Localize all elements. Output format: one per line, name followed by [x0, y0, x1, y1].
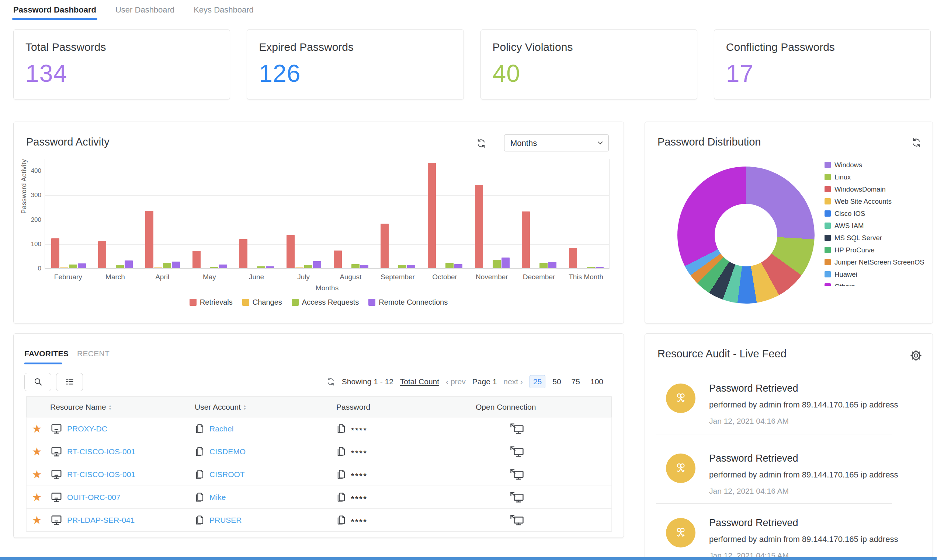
- user-account-link[interactable]: Mike: [210, 493, 226, 502]
- copy-password-icon[interactable]: [336, 446, 347, 457]
- bar-retrievals: [334, 251, 342, 268]
- table-row[interactable]: ★PROXY-DCRachel****: [26, 417, 612, 440]
- legend-swatch: [825, 271, 831, 277]
- copy-password-icon[interactable]: [336, 469, 347, 480]
- legend-item-changes[interactable]: Changes: [242, 298, 282, 306]
- favorite-star-icon[interactable]: ★: [26, 468, 47, 481]
- horizontal-scrollbar-thumb[interactable]: [0, 557, 936, 560]
- pagination-bar: Showing 1 - 12 Total Count ‹ prev Page 1…: [326, 375, 606, 388]
- refresh-icon[interactable]: [476, 138, 486, 148]
- resource-name-link[interactable]: PR-LDAP-SER-041: [67, 516, 134, 525]
- stat-card-value: 126: [259, 59, 451, 87]
- column-header-user-account[interactable]: User Account ▴▾: [192, 403, 333, 412]
- favorite-star-icon[interactable]: ★: [26, 422, 47, 435]
- user-account-link[interactable]: PRUSER: [210, 516, 242, 525]
- page-size-50[interactable]: 50: [549, 375, 564, 388]
- page-size-75[interactable]: 75: [568, 375, 583, 388]
- refresh-icon[interactable]: [911, 137, 921, 148]
- next-page-button[interactable]: next ›: [503, 377, 523, 386]
- favorite-star-icon[interactable]: ★: [26, 491, 47, 504]
- legend-item-cisco-ios[interactable]: Cisco IOS: [825, 208, 928, 220]
- bar-group-march: [92, 159, 139, 268]
- bar-remote-connections: [219, 265, 227, 268]
- column-header-resource-name[interactable]: Resource Name ▴▾: [47, 403, 192, 412]
- bar-retrievals: [522, 211, 530, 268]
- nav-tab-label: Password Dashboard: [13, 5, 96, 14]
- resource-name-link[interactable]: PROXY-DC: [67, 425, 107, 433]
- legend-item-remote-connections[interactable]: Remote Connections: [369, 298, 448, 306]
- resource-name-link[interactable]: RT-CISCO-IOS-001: [67, 447, 135, 456]
- active-tab-underline: [12, 18, 97, 20]
- tab-favorites[interactable]: FAVORITES: [24, 349, 69, 358]
- resource-name-link[interactable]: OUIT-ORC-007: [67, 493, 120, 502]
- legend-item-huawei[interactable]: Huawei: [825, 268, 928, 280]
- table-row[interactable]: ★RT-CISCO-IOS-001CISROOT****: [26, 463, 612, 486]
- copy-account-icon[interactable]: [195, 469, 205, 480]
- legend-label: Changes: [253, 298, 282, 306]
- bar-retrievals: [287, 235, 295, 268]
- period-select[interactable]: Months: [504, 134, 609, 151]
- table-row[interactable]: ★OUIT-ORC-007Mike****: [26, 486, 612, 509]
- legend-item-aws-iam[interactable]: AWS IAM: [825, 220, 928, 232]
- legend-label: AWS IAM: [834, 222, 864, 230]
- copy-account-icon[interactable]: [195, 492, 205, 503]
- user-account-link[interactable]: CISDEMO: [210, 447, 245, 456]
- gear-icon[interactable]: [910, 349, 922, 362]
- bar-group-november: [469, 159, 516, 268]
- bar-remote-connections: [360, 265, 369, 268]
- table-row[interactable]: ★RT-CISCO-IOS-001CISDEMO****: [26, 440, 612, 463]
- masked-password: ****: [351, 423, 368, 435]
- page-size-100[interactable]: 100: [587, 375, 606, 388]
- page-size-25[interactable]: 25: [529, 375, 545, 388]
- nav-tab-keys-dashboard[interactable]: Keys Dashboard: [194, 5, 254, 20]
- keys-avatar-icon: [666, 518, 696, 548]
- total-count-link[interactable]: Total Count: [400, 377, 439, 386]
- legend-swatch: [825, 247, 831, 253]
- open-connection-icon[interactable]: [510, 514, 525, 526]
- legend-label: Huawei: [834, 271, 858, 278]
- resource-name-cell: OUIT-ORC-007: [47, 492, 192, 503]
- copy-password-icon[interactable]: [336, 423, 347, 434]
- bar-retrievals: [475, 185, 483, 268]
- table-row[interactable]: ★PR-LDAP-SER-041PRUSER****: [26, 509, 612, 532]
- nav-tab-user-dashboard[interactable]: User Dashboard: [116, 5, 174, 20]
- legend-item-web-site-accounts[interactable]: Web Site Accounts: [825, 195, 928, 208]
- favorite-star-icon[interactable]: ★: [26, 445, 47, 458]
- legend-item-linux[interactable]: Linux: [825, 171, 928, 183]
- prev-page-button[interactable]: ‹ prev: [446, 377, 466, 386]
- stat-card-value: 40: [493, 59, 685, 87]
- open-connection-cell: [473, 423, 611, 435]
- copy-account-icon[interactable]: [195, 423, 205, 434]
- copy-password-icon[interactable]: [336, 492, 347, 503]
- legend-swatch: [242, 299, 249, 306]
- resource-name-link[interactable]: RT-CISCO-IOS-001: [67, 470, 135, 479]
- legend-item-retrievals[interactable]: Retrievals: [190, 298, 233, 306]
- open-connection-cell: [473, 445, 611, 458]
- search-button[interactable]: [24, 373, 51, 391]
- legend-item-access-requests[interactable]: Access Requests: [292, 298, 359, 306]
- open-connection-icon[interactable]: [510, 445, 525, 458]
- legend-item-windows[interactable]: Windows: [825, 159, 928, 171]
- user-account-link[interactable]: CISROOT: [210, 470, 245, 479]
- refresh-icon[interactable]: [326, 377, 335, 386]
- resource-name-cell: PROXY-DC: [47, 423, 192, 434]
- activity-bar-chart: 0100200300400: [45, 159, 609, 269]
- copy-account-icon[interactable]: [195, 515, 205, 526]
- nav-tab-password-dashboard[interactable]: Password Dashboard: [13, 5, 96, 20]
- open-connection-icon[interactable]: [510, 468, 525, 481]
- open-connection-icon[interactable]: [510, 491, 525, 504]
- copy-password-icon[interactable]: [336, 515, 347, 526]
- tab-recent[interactable]: RECENT: [77, 349, 110, 358]
- column-chooser-button[interactable]: [56, 373, 83, 391]
- bar-changes: [342, 268, 351, 268]
- copy-account-icon[interactable]: [195, 446, 205, 457]
- favorite-star-icon[interactable]: ★: [26, 514, 47, 526]
- legend-item-others[interactable]: Others: [825, 280, 928, 286]
- legend-item-hp-procurve[interactable]: HP ProCurve: [825, 244, 928, 256]
- legend-item-ms-sql-server[interactable]: MS SQL Server: [825, 232, 928, 244]
- legend-item-juniper-netscreen-screenos[interactable]: Juniper NetScreen ScreenOS: [825, 256, 928, 268]
- legend-item-windowsdomain[interactable]: WindowsDomain: [825, 183, 928, 195]
- open-connection-icon[interactable]: [510, 423, 525, 435]
- user-account-link[interactable]: Rachel: [210, 425, 233, 433]
- bar-remote-connections: [548, 262, 557, 268]
